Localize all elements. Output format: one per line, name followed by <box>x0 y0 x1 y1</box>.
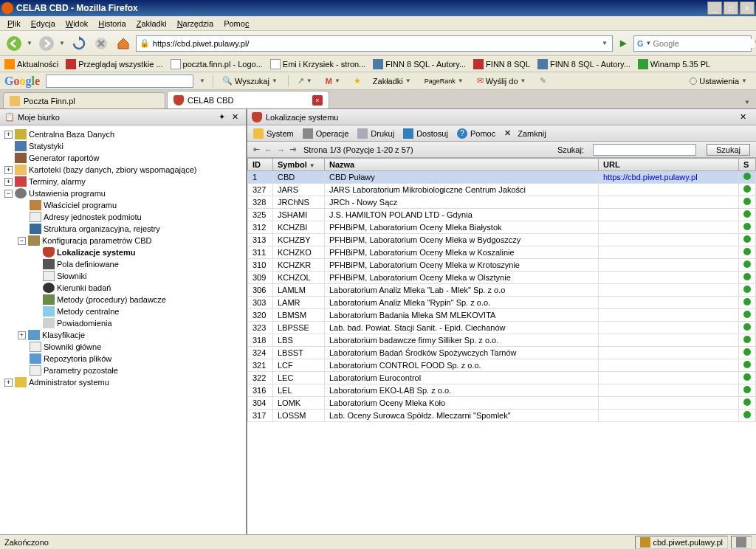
reload-button[interactable] <box>69 34 89 53</box>
table-row[interactable]: 310KCHZKRPFHBiPM, Laboratorium Oceny Mle… <box>248 259 756 272</box>
tree-node-ustawienia[interactable]: −Ustawienia programu <box>0 187 246 199</box>
url-dropdown[interactable]: ▼ <box>600 40 609 46</box>
grid-search-input[interactable] <box>593 144 696 156</box>
google-star[interactable]: ★ <box>351 76 364 86</box>
table-row[interactable]: 303LAMRLaboratorium Analiz Mleka "Rypin"… <box>248 297 756 309</box>
tree-node-cbd[interactable]: +Centralna Baza Danych <box>0 128 246 140</box>
search-input[interactable] <box>653 39 755 48</box>
toolbar-operacje[interactable]: Operacje <box>303 128 349 139</box>
tree-node-kartoteki[interactable]: +Kartoteki (bazy danych, zbiory wspomaga… <box>0 164 246 176</box>
google-wyszukaj[interactable]: 🔍Wyszukaj▼ <box>219 76 282 86</box>
bookmark-winamp[interactable]: Winamp 5.35 PL <box>638 59 710 69</box>
tree-node-konfiguracja[interactable]: −Konfiguracja parametrów CBD <box>0 235 246 246</box>
home-button[interactable] <box>114 34 133 53</box>
tree-node-gen[interactable]: Generator raportów <box>0 152 246 164</box>
maximize-button[interactable]: □ <box>724 1 738 15</box>
content-close-button[interactable]: ✕ <box>740 112 752 122</box>
tree-node-slowniki[interactable]: Słowniki <box>0 270 246 282</box>
google-gmail[interactable]: M▼ <box>323 77 345 86</box>
tree-node-admin[interactable]: +Administrator systemu <box>0 376 246 388</box>
search-box[interactable]: G▼ 🔍 <box>633 35 752 52</box>
col-nazwa[interactable]: Nazwa <box>325 159 599 171</box>
tree-node-wlasciciel[interactable]: Właściciel programu <box>0 199 246 211</box>
tab-poczta[interactable]: Poczta Finn.pl <box>3 92 165 108</box>
table-row[interactable]: 311KCHZKOPFHBiPM, Laboratorium Oceny Mle… <box>248 246 756 259</box>
tree-node-klasyfikacje[interactable]: +Klasyfikacje <box>0 329 246 341</box>
google-share[interactable]: ↗▼ <box>295 76 317 86</box>
col-s[interactable]: S <box>739 159 756 171</box>
tree-node-metody-centralne[interactable]: Metody centralne <box>0 305 246 317</box>
table-row[interactable]: 1CBDCBD Puławyhttps://cbd.piwet.pulawy.p… <box>248 171 756 184</box>
table-row[interactable]: 309KCHZOLPFHBiPM, Laboratorium Oceny Mle… <box>248 272 756 284</box>
url-input[interactable] <box>153 39 602 48</box>
page-first-button[interactable]: ⇤ <box>253 145 260 154</box>
table-row[interactable]: 306LAMLMLaboratorium Analiz Mleka "Lab -… <box>248 284 756 297</box>
forward-button[interactable] <box>37 34 56 53</box>
google-pagerank[interactable]: PageRank▼ <box>422 77 468 85</box>
tree-node-slowniki-glowne[interactable]: Słowniki główne <box>0 341 246 353</box>
grid-search-button[interactable]: Szukaj <box>707 144 750 156</box>
menu-plik[interactable]: Plik <box>3 18 25 30</box>
tab-close-button[interactable]: × <box>312 95 323 106</box>
table-row[interactable]: 328JRChNSJRCh - Nowy Sącz <box>248 196 756 209</box>
table-row[interactable]: 327JARSJARS Laboratorium Mikrobiologiczn… <box>248 184 756 196</box>
menu-edycja[interactable]: Edycja <box>27 18 60 30</box>
tree-node-lokalizacje[interactable]: Lokalizacje systemu <box>0 246 246 258</box>
google-edit[interactable]: ✎ <box>537 76 549 86</box>
tree-node-adresy[interactable]: Adresy jednostek podmiotu <box>0 211 246 223</box>
menu-widok[interactable]: Widok <box>61 18 93 30</box>
menu-historia[interactable]: Historia <box>94 18 130 30</box>
google-zakladki[interactable]: Zakładki▼ <box>370 77 416 86</box>
go-button[interactable]: ▶ <box>616 36 630 51</box>
sidebar-close-icon[interactable]: ✕ <box>228 111 241 123</box>
toolbar-zamknij[interactable]: ✕Zamknij <box>504 128 546 139</box>
tree-node-metody[interactable]: Metody (procedury) badawcze <box>0 294 246 305</box>
toolbar-drukuj[interactable]: Drukuj <box>357 128 394 139</box>
google-wyslij[interactable]: ✉Wyślij do▼ <box>474 76 531 86</box>
bookmark-poczta[interactable]: poczta.finn.pl - Logo... <box>171 59 263 69</box>
bookmark-finn2[interactable]: FINN 8 SQL <box>473 59 530 69</box>
forward-dropdown[interactable]: ▼ <box>58 40 66 46</box>
tab-celab[interactable]: CELAB CBD × <box>167 91 329 108</box>
bookmark-aktualnosci[interactable]: Aktualności <box>4 59 58 69</box>
page-next-button[interactable]: → <box>277 145 285 154</box>
table-row[interactable]: 312KCHZBIPFHBiPM, Laboratorium Oceny Mle… <box>248 221 756 234</box>
menu-zakladki[interactable]: Zakładki <box>132 18 171 30</box>
search-engine-dropdown[interactable]: ▼ <box>645 40 653 46</box>
url-bar[interactable]: 🔒 ▼ <box>136 35 613 52</box>
table-row[interactable]: 317LOSSMLab. Oceny Surowca Spółdz. Mlecz… <box>248 410 756 422</box>
cell-url[interactable]: https://cbd.piwet.pulawy.pl <box>599 171 739 184</box>
table-row[interactable]: 320LBMSMLaboratorium Badania Mleka SM ML… <box>248 309 756 322</box>
google-search-dd[interactable]: ▼ <box>198 77 207 84</box>
tree-node-pola[interactable]: Pola definiowane <box>0 258 246 270</box>
table-row[interactable]: 323LBPSSELab. bad. Powiat. Stacji Sanit.… <box>248 322 756 334</box>
stop-button[interactable] <box>92 34 111 53</box>
close-window-button[interactable]: × <box>740 1 755 15</box>
tree-node-terminy[interactable]: +Terminy, alarmy <box>0 176 246 187</box>
sidebar-refresh-icon[interactable]: ✦ <box>215 111 228 123</box>
col-url[interactable]: URL <box>599 159 739 171</box>
toolbar-pomoc[interactable]: ?Pomoc <box>457 128 495 139</box>
menu-pomoc[interactable]: Pomoc <box>219 18 253 30</box>
tree-node-kierunki[interactable]: Kierunki badań <box>0 282 246 294</box>
tree-node-powiadomienia[interactable]: Powiadomienia <box>0 317 246 329</box>
table-row[interactable]: 325JSHAMIJ.S. HAMILTON POLAND LTD - Gdyn… <box>248 209 756 221</box>
tree-node-struktura[interactable]: Struktura organizacyjna, rejestry <box>0 223 246 235</box>
page-prev-button[interactable]: ← <box>264 145 272 154</box>
back-button[interactable] <box>4 34 24 53</box>
col-id[interactable]: ID <box>248 159 273 171</box>
minimize-button[interactable]: _ <box>707 1 722 15</box>
tree-node-stat[interactable]: Statystyki <box>0 140 246 152</box>
bookmark-przegladaj[interactable]: Przeglądaj wszystkie ... <box>66 59 162 69</box>
col-symbol[interactable]: Symbol▼ <box>273 159 325 171</box>
tree-node-repozytoria[interactable]: Repozytoria plików <box>0 353 246 365</box>
google-search-input[interactable] <box>46 75 193 88</box>
table-row[interactable]: 313KCHZBYPFHBiPM, Laboratorium Oceny Mle… <box>248 234 756 246</box>
back-dropdown[interactable]: ▼ <box>25 40 34 46</box>
bookmark-finn3[interactable]: FINN 8 SQL - Autory... <box>537 59 630 69</box>
table-row[interactable]: 321LCFLaboratorium CONTROL FOOD Sp. z o.… <box>248 359 756 372</box>
menu-narzedzia[interactable]: Narzędzia <box>173 18 219 30</box>
bookmark-finn1[interactable]: FINN 8 SQL - Autory... <box>373 59 466 69</box>
table-row[interactable]: 318LBSLaboratorium badawcze firmy Sillik… <box>248 334 756 347</box>
table-row[interactable]: 324LBSSTLaboratorium Badań Środków Spoży… <box>248 347 756 359</box>
